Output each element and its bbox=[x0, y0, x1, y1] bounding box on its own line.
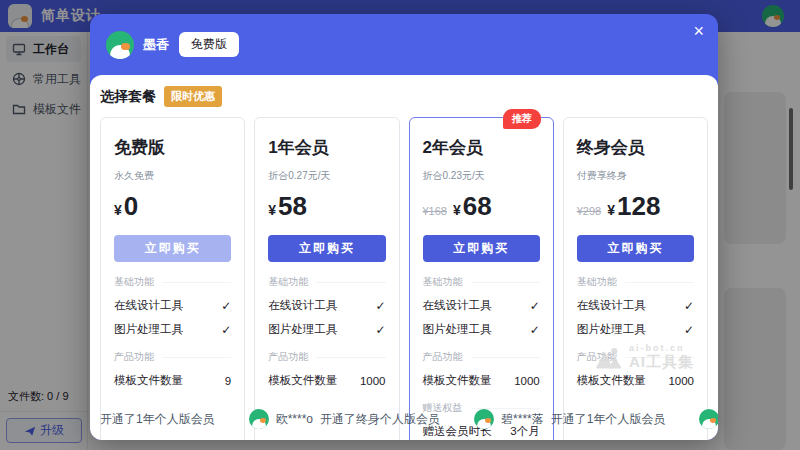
ticker-avatar bbox=[474, 409, 494, 429]
feature-value: 9 bbox=[225, 375, 231, 387]
currency: ¥ bbox=[453, 202, 461, 218]
feature-value: 1000 bbox=[668, 375, 694, 387]
screen: 简单设计 工作台 常用工具 模板文件 文件数: 0 / 9 升级 墨香 bbox=[0, 0, 800, 450]
check-icon: ✓ bbox=[530, 299, 540, 313]
feature-row: 图片处理工具✓ bbox=[114, 322, 231, 337]
ticker-text: 开通了1年个人版会员 bbox=[551, 411, 666, 428]
purchase-ticker: 开通了1年个人版会员 欧****o 开通了终身个人版会员 碧****落 开通了1… bbox=[100, 407, 718, 431]
ticker-item: 云****轻 开通 bbox=[699, 409, 718, 429]
watermark-name: AI工具集 bbox=[629, 353, 694, 372]
feature-value: 1000 bbox=[514, 375, 540, 387]
plan-price: 0 bbox=[124, 191, 138, 222]
feature-row: 模板文件数量1000 bbox=[423, 373, 540, 388]
buy-button[interactable]: 立即购买 bbox=[423, 235, 540, 262]
watermark-logo-icon bbox=[596, 346, 622, 370]
plan-price: 58 bbox=[278, 191, 307, 222]
ticker-item: 欧****o 开通了终身个人版会员 bbox=[249, 409, 440, 429]
feature-row: 在线设计工具✓ bbox=[114, 298, 231, 313]
feature-section: 基础功能 bbox=[114, 275, 154, 289]
plan-name: 2年会员 bbox=[423, 136, 540, 159]
original-price: ¥168 bbox=[423, 205, 447, 217]
plan-price: 68 bbox=[463, 191, 492, 222]
check-icon: ✓ bbox=[375, 299, 385, 313]
pricing-modal: 墨香 免费版 × 选择套餐 限时优惠 免费版 永久免费 ¥ 0 立即购买 bbox=[90, 14, 718, 440]
plan-price: 128 bbox=[617, 191, 660, 222]
promo-badge: 限时优惠 bbox=[164, 86, 222, 107]
check-icon: ✓ bbox=[684, 299, 694, 313]
check-icon: ✓ bbox=[530, 323, 540, 337]
feature-section: 产品功能 bbox=[423, 350, 463, 364]
plan-subtitle: 付费享终身 bbox=[577, 169, 694, 183]
close-icon[interactable]: × bbox=[693, 22, 704, 40]
feature-row: 图片处理工具✓ bbox=[423, 322, 540, 337]
section-title: 选择套餐 bbox=[100, 88, 156, 106]
currency: ¥ bbox=[114, 202, 122, 218]
ticker-item: 碧****落 开通了1年个人版会员 bbox=[474, 409, 665, 429]
modal-body: 选择套餐 限时优惠 免费版 永久免费 ¥ 0 立即购买 基础功能 在线设计工具✓… bbox=[90, 75, 718, 440]
ticker-avatar bbox=[249, 409, 269, 429]
ticker-text: 开通了终身个人版会员 bbox=[320, 411, 440, 428]
feature-row: 在线设计工具✓ bbox=[423, 298, 540, 313]
check-icon: ✓ bbox=[684, 323, 694, 337]
recommend-badge: 推荐 bbox=[503, 109, 541, 129]
feature-section: 基础功能 bbox=[423, 275, 463, 289]
plan-card-lifetime[interactable]: 终身会员 付费享终身 ¥298 ¥ 128 立即购买 基础功能 在线设计工具✓ … bbox=[563, 117, 708, 440]
buy-button[interactable]: 立即购买 bbox=[268, 235, 385, 262]
watermark: ai-bot.cn AI工具集 bbox=[596, 343, 694, 372]
plan-subtitle: 折合0.27元/天 bbox=[268, 169, 385, 183]
plan-card-2year[interactable]: 推荐 2年会员 折合0.23元/天 ¥168 ¥ 68 立即购买 基础功能 在线… bbox=[409, 117, 554, 440]
plan-cards: 免费版 永久免费 ¥ 0 立即购买 基础功能 在线设计工具✓ 图片处理工具✓ 产… bbox=[100, 117, 708, 440]
feature-section: 基础功能 bbox=[268, 275, 308, 289]
user-avatar bbox=[106, 31, 134, 59]
check-icon: ✓ bbox=[221, 299, 231, 313]
feature-row: 在线设计工具✓ bbox=[268, 298, 385, 313]
feature-row: 模板文件数量9 bbox=[114, 373, 231, 388]
plan-subtitle: 折合0.23元/天 bbox=[423, 169, 540, 183]
modal-header: 墨香 免费版 × bbox=[90, 14, 718, 75]
feature-section: 基础功能 bbox=[577, 275, 617, 289]
currency: ¥ bbox=[607, 202, 615, 218]
feature-row: 图片处理工具✓ bbox=[577, 322, 694, 337]
plan-name: 1年会员 bbox=[268, 136, 385, 159]
ticker-user: 欧****o bbox=[276, 411, 313, 428]
plan-card-1year[interactable]: 1年会员 折合0.27元/天 ¥ 58 立即购买 基础功能 在线设计工具✓ 图片… bbox=[254, 117, 399, 440]
feature-row: 在线设计工具✓ bbox=[577, 298, 694, 313]
ticker-avatar bbox=[699, 409, 718, 429]
ticker-user: 碧****落 bbox=[501, 411, 544, 428]
currency: ¥ bbox=[268, 202, 276, 218]
original-price: ¥298 bbox=[577, 205, 601, 217]
plan-subtitle: 永久免费 bbox=[114, 169, 231, 183]
check-icon: ✓ bbox=[221, 323, 231, 337]
check-icon: ✓ bbox=[375, 323, 385, 337]
watermark-site: ai-bot.cn bbox=[629, 343, 694, 353]
user-name: 墨香 bbox=[143, 36, 169, 54]
feature-row: 图片处理工具✓ bbox=[268, 322, 385, 337]
feature-section: 产品功能 bbox=[268, 350, 308, 364]
plan-card-free[interactable]: 免费版 永久免费 ¥ 0 立即购买 基础功能 在线设计工具✓ 图片处理工具✓ 产… bbox=[100, 117, 245, 440]
buy-button[interactable]: 立即购买 bbox=[577, 235, 694, 262]
plan-name: 终身会员 bbox=[577, 136, 694, 159]
ticker-text: 开通了1年个人版会员 bbox=[100, 411, 215, 428]
plan-name: 免费版 bbox=[114, 136, 231, 159]
current-plan-badge: 免费版 bbox=[179, 32, 239, 57]
feature-row: 模板文件数量1000 bbox=[577, 373, 694, 388]
ticker-item: 开通了1年个人版会员 bbox=[100, 411, 215, 428]
feature-row: 模板文件数量1000 bbox=[268, 373, 385, 388]
buy-button[interactable]: 立即购买 bbox=[114, 235, 231, 262]
feature-value: 1000 bbox=[360, 375, 386, 387]
feature-section: 产品功能 bbox=[114, 350, 154, 364]
